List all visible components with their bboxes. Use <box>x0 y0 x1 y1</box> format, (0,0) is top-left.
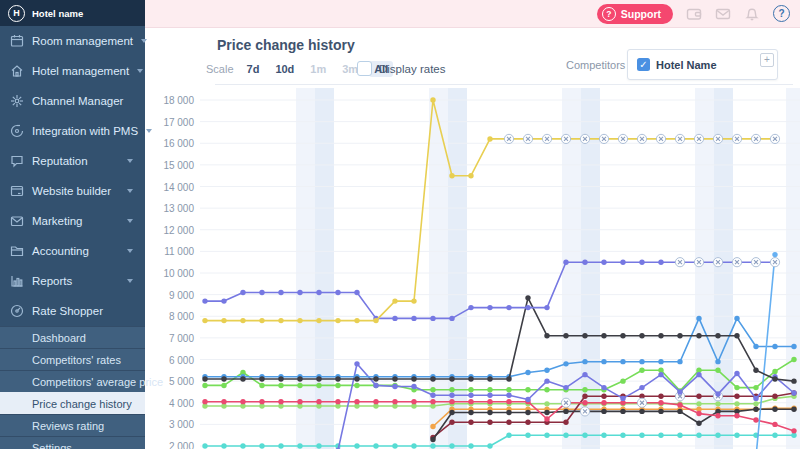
data-point[interactable] <box>582 394 587 399</box>
data-point[interactable] <box>354 376 359 381</box>
data-point[interactable] <box>316 290 321 295</box>
data-point[interactable] <box>772 422 777 427</box>
data-point[interactable] <box>278 290 283 295</box>
data-point[interactable] <box>601 333 606 338</box>
data-point[interactable] <box>449 376 454 381</box>
data-point[interactable] <box>278 318 283 323</box>
sidebar-subitem-settings[interactable]: Settings <box>0 436 145 449</box>
data-point[interactable] <box>715 359 720 364</box>
data-point[interactable] <box>449 443 454 448</box>
sidebar-item-hotel-management[interactable]: Hotel management <box>0 56 145 86</box>
data-point[interactable] <box>563 409 568 414</box>
data-point[interactable] <box>202 443 207 448</box>
data-point[interactable] <box>620 333 625 338</box>
data-point[interactable] <box>601 400 606 405</box>
data-point[interactable] <box>373 443 378 448</box>
data-point[interactable] <box>506 387 511 392</box>
data-point[interactable] <box>354 290 359 295</box>
scale-option-7d[interactable]: 7d <box>242 61 265 77</box>
data-point[interactable] <box>753 401 758 406</box>
data-point[interactable] <box>487 376 492 381</box>
data-point[interactable] <box>601 394 606 399</box>
data-point[interactable] <box>278 376 283 381</box>
data-point[interactable] <box>753 368 758 373</box>
data-point[interactable] <box>734 371 739 376</box>
data-point[interactable] <box>202 318 207 323</box>
data-point[interactable] <box>506 420 511 425</box>
data-point[interactable] <box>240 376 245 381</box>
data-point[interactable] <box>221 376 226 381</box>
data-point[interactable] <box>392 399 397 404</box>
data-point[interactable] <box>753 396 758 401</box>
mail-icon[interactable] <box>715 6 731 22</box>
sidebar-item-marketing[interactable]: Marketing <box>0 206 145 236</box>
data-point[interactable] <box>734 394 739 399</box>
data-point[interactable] <box>696 333 701 338</box>
competitors-dropdown[interactable]: ✓ Hotel Name + <box>627 49 778 80</box>
data-point[interactable] <box>449 392 454 397</box>
sidebar-item-integration-with-pms[interactable]: Integration with PMS <box>0 116 145 146</box>
data-point[interactable] <box>468 399 473 404</box>
data-point[interactable] <box>506 392 511 397</box>
data-point[interactable] <box>772 432 777 437</box>
data-point[interactable] <box>639 432 644 437</box>
data-point[interactable] <box>373 318 378 323</box>
data-point[interactable] <box>487 387 492 392</box>
data-point[interactable] <box>525 370 530 375</box>
data-point[interactable] <box>297 376 302 381</box>
data-point[interactable] <box>582 400 587 405</box>
data-point[interactable] <box>696 394 701 399</box>
data-point[interactable] <box>297 443 302 448</box>
data-point[interactable] <box>449 316 454 321</box>
data-point[interactable] <box>240 290 245 295</box>
data-point[interactable] <box>373 383 378 388</box>
data-point[interactable] <box>354 318 359 323</box>
data-point[interactable] <box>563 385 568 390</box>
data-point[interactable] <box>753 385 758 390</box>
data-point[interactable] <box>221 318 226 323</box>
data-point[interactable] <box>297 399 302 404</box>
sidebar-subitem-dashboard[interactable]: Dashboard <box>0 326 145 348</box>
sidebar-subitem-competitors-rates[interactable]: Competitors' rates <box>0 348 145 370</box>
wallet-icon[interactable] <box>686 6 702 22</box>
data-point[interactable] <box>639 359 644 364</box>
data-point[interactable] <box>734 401 739 406</box>
data-point[interactable] <box>392 384 397 389</box>
data-point[interactable] <box>430 316 435 321</box>
data-point[interactable] <box>449 387 454 392</box>
data-point[interactable] <box>639 333 644 338</box>
data-point[interactable] <box>240 443 245 448</box>
add-competitor-button[interactable]: + <box>760 53 774 67</box>
data-point[interactable] <box>715 413 720 418</box>
data-point[interactable] <box>677 389 682 394</box>
data-point[interactable] <box>487 136 492 141</box>
data-point[interactable] <box>335 383 340 388</box>
data-point[interactable] <box>715 368 720 373</box>
data-point[interactable] <box>620 432 625 437</box>
data-point[interactable] <box>734 385 739 390</box>
data-point[interactable] <box>240 318 245 323</box>
data-point[interactable] <box>677 432 682 437</box>
data-point[interactable] <box>430 97 435 102</box>
data-point[interactable] <box>297 318 302 323</box>
data-point[interactable] <box>544 387 549 392</box>
data-point[interactable] <box>677 359 682 364</box>
data-point[interactable] <box>772 369 777 374</box>
data-point[interactable] <box>734 432 739 437</box>
data-point[interactable] <box>392 316 397 321</box>
data-point[interactable] <box>544 410 549 415</box>
data-point[interactable] <box>373 376 378 381</box>
data-point[interactable] <box>525 295 530 300</box>
data-point[interactable] <box>544 401 549 406</box>
data-point[interactable] <box>772 376 777 381</box>
data-point[interactable] <box>221 298 226 303</box>
data-point[interactable] <box>544 432 549 437</box>
data-point[interactable] <box>335 376 340 381</box>
data-point[interactable] <box>658 333 663 338</box>
data-point[interactable] <box>639 409 644 414</box>
data-point[interactable] <box>582 372 587 377</box>
sidebar-item-reputation[interactable]: Reputation <box>0 146 145 176</box>
data-point[interactable] <box>468 420 473 425</box>
data-point[interactable] <box>487 420 492 425</box>
data-point[interactable] <box>202 399 207 404</box>
